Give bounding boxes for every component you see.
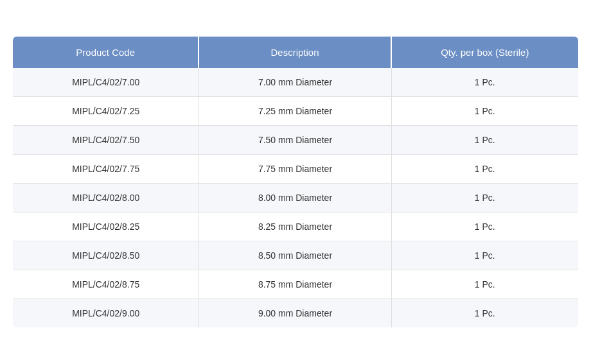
product-table: Product Code Description Qty. per box (S… [13,37,578,327]
table-row: MIPL/C4/02/7.507.50 mm Diameter1 Pc. [13,126,578,155]
cell-product-code: MIPL/C4/02/8.00 [13,184,199,212]
table-row: MIPL/C4/02/8.258.25 mm Diameter1 Pc. [13,212,578,241]
cell-qty: 1 Pc. [392,126,578,155]
table-row: MIPL/C4/02/8.758.75 mm Diameter1 Pc. [13,270,578,299]
table-header-row: Product Code Description Qty. per box (S… [13,37,578,68]
table-row: MIPL/C4/02/7.257.25 mm Diameter1 Pc. [13,97,578,126]
table-row: MIPL/C4/02/7.757.75 mm Diameter1 Pc. [13,155,578,184]
cell-qty: 1 Pc. [392,68,578,97]
cell-product-code: MIPL/C4/02/9.00 [13,299,199,327]
cell-qty: 1 Pc. [392,270,578,299]
table-row: MIPL/C4/02/8.008.00 mm Diameter1 Pc. [13,184,578,212]
table-row: MIPL/C4/02/7.007.00 mm Diameter1 Pc. [13,68,578,97]
product-table-container: Product Code Description Qty. per box (S… [13,37,578,327]
cell-product-code: MIPL/C4/02/8.50 [13,241,199,270]
cell-qty: 1 Pc. [392,97,578,126]
table-row: MIPL/C4/02/9.009.00 mm Diameter1 Pc. [13,299,578,327]
cell-description: 9.00 mm Diameter [199,299,391,327]
cell-product-code: MIPL/C4/02/7.25 [13,97,199,126]
cell-qty: 1 Pc. [392,241,578,270]
header-product-code: Product Code [13,37,199,68]
cell-description: 8.75 mm Diameter [199,270,391,299]
cell-qty: 1 Pc. [392,212,578,241]
cell-description: 7.75 mm Diameter [199,155,391,184]
cell-description: 7.50 mm Diameter [199,126,391,155]
table-row: MIPL/C4/02/8.508.50 mm Diameter1 Pc. [13,241,578,270]
cell-product-code: MIPL/C4/02/8.75 [13,270,199,299]
cell-qty: 1 Pc. [392,155,578,184]
cell-description: 7.25 mm Diameter [199,97,391,126]
cell-description: 8.50 mm Diameter [199,241,391,270]
cell-product-code: MIPL/C4/02/7.75 [13,155,199,184]
cell-description: 7.00 mm Diameter [199,68,391,97]
cell-qty: 1 Pc. [392,184,578,212]
cell-description: 8.00 mm Diameter [199,184,391,212]
cell-description: 8.25 mm Diameter [199,212,391,241]
header-qty: Qty. per box (Sterile) [392,37,578,68]
cell-product-code: MIPL/C4/02/7.50 [13,126,199,155]
table-body: MIPL/C4/02/7.007.00 mm Diameter1 Pc.MIPL… [13,68,578,327]
cell-product-code: MIPL/C4/02/7.00 [13,68,199,97]
cell-qty: 1 Pc. [392,299,578,327]
cell-product-code: MIPL/C4/02/8.25 [13,212,199,241]
header-description: Description [199,37,391,68]
